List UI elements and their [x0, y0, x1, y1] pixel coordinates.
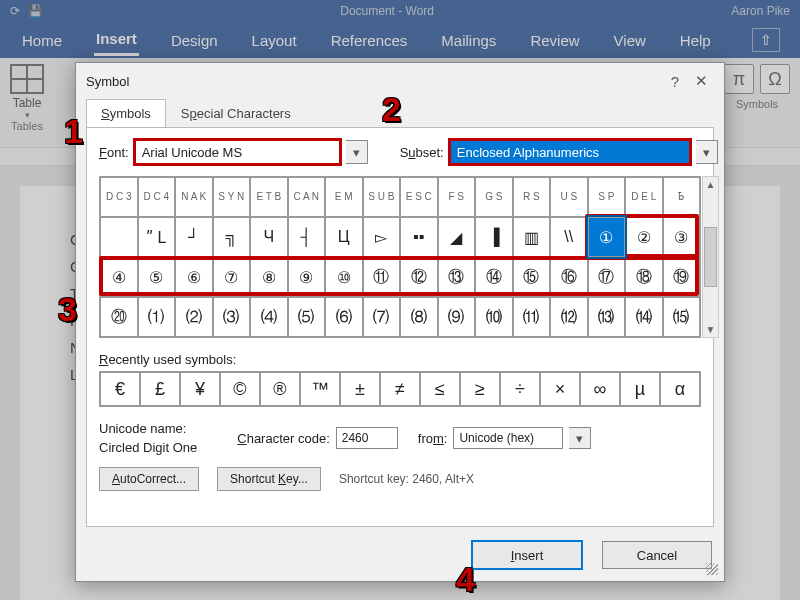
symbol-cell[interactable]: S P — [588, 177, 626, 217]
symbol-cell[interactable]: ⑿ — [550, 297, 588, 337]
symbol-cell[interactable]: U S — [550, 177, 588, 217]
tab-references[interactable]: References — [329, 26, 410, 55]
resize-grip[interactable] — [706, 563, 718, 575]
symbol-cell[interactable]: ▥ — [513, 217, 551, 257]
symbol-cell[interactable]: ⑾ — [513, 297, 551, 337]
symbol-cell[interactable]: ʺ L — [138, 217, 176, 257]
symbol-cell[interactable]: ⑱ — [625, 257, 663, 297]
subset-select[interactable]: Enclosed Alphanumerics — [450, 140, 690, 164]
symbol-cell[interactable]: ◢ — [438, 217, 476, 257]
symbol-cell[interactable]: E M — [325, 177, 363, 217]
symbol-cell[interactable]: ⑦ — [213, 257, 251, 297]
symbol-cell[interactable]: ⑸ — [288, 297, 326, 337]
tab-mailings[interactable]: Mailings — [439, 26, 498, 55]
from-dropdown[interactable]: ▾ — [569, 427, 591, 449]
symbol-cell[interactable]: ⑰ — [588, 257, 626, 297]
symbol-cell[interactable]: Ч — [250, 217, 288, 257]
symbol-cell[interactable]: ⑫ — [400, 257, 438, 297]
recent-symbol-cell[interactable]: ≠ — [380, 372, 420, 406]
cancel-button[interactable]: Cancel — [602, 541, 712, 569]
symbol-cell[interactable]: D E L — [625, 177, 663, 217]
symbol-cell[interactable]: ⑶ — [213, 297, 251, 337]
tab-home[interactable]: Home — [20, 26, 64, 55]
symbol-cell[interactable]: ⑲ — [663, 257, 701, 297]
symbol-cell[interactable]: ⑬ — [438, 257, 476, 297]
symbol-cell[interactable]: ⑽ — [475, 297, 513, 337]
symbol-cell[interactable]: Ц — [325, 217, 363, 257]
symbol-cell[interactable]: D C 4 — [138, 177, 176, 217]
symbol-cell[interactable]: N A K — [175, 177, 213, 217]
symbol-cell[interactable]: ⒁ — [625, 297, 663, 337]
recent-symbol-cell[interactable]: ≥ — [460, 372, 500, 406]
tab-layout[interactable]: Layout — [250, 26, 299, 55]
symbol-cell[interactable]: F S — [438, 177, 476, 217]
symbol-cell[interactable]: ┘ — [175, 217, 213, 257]
shortcut-key-button[interactable]: Shortcut Key... — [217, 467, 321, 491]
symbol-grid-scrollbar[interactable]: ▲ ▼ — [702, 176, 719, 338]
recent-symbol-cell[interactable]: α — [660, 372, 700, 406]
symbol-cell[interactable]: ▪▪ — [400, 217, 438, 257]
symbol-cell[interactable]: ⒀ — [588, 297, 626, 337]
recent-symbol-cell[interactable]: ® — [260, 372, 300, 406]
symbol-cell[interactable]: S U B — [363, 177, 401, 217]
tab-view[interactable]: View — [612, 26, 648, 55]
symbol-cell[interactable]: R S — [513, 177, 551, 217]
symbol-cell[interactable]: ┤ — [288, 217, 326, 257]
recent-symbol-cell[interactable]: € — [100, 372, 140, 406]
scroll-up-icon[interactable]: ▲ — [706, 179, 716, 190]
symbol-icon[interactable]: Ω — [760, 64, 790, 94]
tab-help[interactable]: Help — [678, 26, 713, 55]
symbol-cell[interactable]: \\ — [550, 217, 588, 257]
tab-review[interactable]: Review — [528, 26, 581, 55]
recent-symbol-cell[interactable]: £ — [140, 372, 180, 406]
symbol-cell[interactable]: ⒂ — [663, 297, 701, 337]
symbol-cell[interactable]: D C 3 — [100, 177, 138, 217]
symbol-cell[interactable]: ① — [588, 217, 626, 257]
equation-icon[interactable]: π — [724, 64, 754, 94]
insert-button[interactable]: Insert — [472, 541, 582, 569]
symbol-cell[interactable]: ⑵ — [175, 297, 213, 337]
symbol-cell[interactable]: ▐ — [475, 217, 513, 257]
dialog-close-button[interactable]: ✕ — [688, 71, 714, 91]
symbol-cell[interactable]: ⑨ — [288, 257, 326, 297]
table-button-label[interactable]: Table — [13, 96, 42, 110]
symbol-cell[interactable]: ⑤ — [138, 257, 176, 297]
scroll-thumb[interactable] — [704, 227, 717, 287]
symbol-cell[interactable]: ⑮ — [513, 257, 551, 297]
symbol-cell[interactable]: ⑪ — [363, 257, 401, 297]
recent-symbol-cell[interactable]: µ — [620, 372, 660, 406]
tab-design[interactable]: Design — [169, 26, 220, 55]
symbol-cell[interactable]: ③ — [663, 217, 701, 257]
recent-symbol-cell[interactable]: ™ — [300, 372, 340, 406]
symbol-cell[interactable]: ⑹ — [325, 297, 363, 337]
symbol-cell[interactable]: ⑺ — [363, 297, 401, 337]
font-select[interactable]: Arial Unicode MS — [135, 140, 340, 164]
from-select[interactable]: Unicode (hex) — [453, 427, 563, 449]
symbol-cell[interactable]: ╗ — [213, 217, 251, 257]
symbol-cell[interactable]: ▻ — [363, 217, 401, 257]
dialog-help-button[interactable]: ? — [662, 71, 688, 91]
character-code-input[interactable]: 2460 — [336, 427, 398, 449]
symbol-cell[interactable]: S Y N — [213, 177, 251, 217]
recent-symbol-cell[interactable]: ≤ — [420, 372, 460, 406]
symbol-cell[interactable]: ⑭ — [475, 257, 513, 297]
symbol-cell[interactable]: ⑷ — [250, 297, 288, 337]
tab-insert[interactable]: Insert — [94, 24, 139, 56]
symbol-cell[interactable]: ⑯ — [550, 257, 588, 297]
share-button[interactable]: ⇧ — [752, 28, 780, 52]
symbol-cell[interactable]: E T B — [250, 177, 288, 217]
symbol-cell[interactable]: ⑥ — [175, 257, 213, 297]
symbol-cell[interactable]: E S C — [400, 177, 438, 217]
tab-special-characters[interactable]: Special Characters — [166, 99, 306, 127]
symbol-cell[interactable]: ⑴ — [138, 297, 176, 337]
symbol-cell[interactable]: ⑩ — [325, 257, 363, 297]
symbol-cell[interactable]: ② — [625, 217, 663, 257]
symbol-cell[interactable]: ⑳ — [100, 297, 138, 337]
symbol-cell[interactable]: ④ — [100, 257, 138, 297]
symbol-cell[interactable]: C A N — [288, 177, 326, 217]
symbol-cell[interactable]: ƀ — [663, 177, 701, 217]
table-icon[interactable] — [10, 64, 44, 94]
recent-symbol-cell[interactable]: © — [220, 372, 260, 406]
symbol-cell[interactable] — [100, 217, 138, 257]
recent-symbol-cell[interactable]: ÷ — [500, 372, 540, 406]
